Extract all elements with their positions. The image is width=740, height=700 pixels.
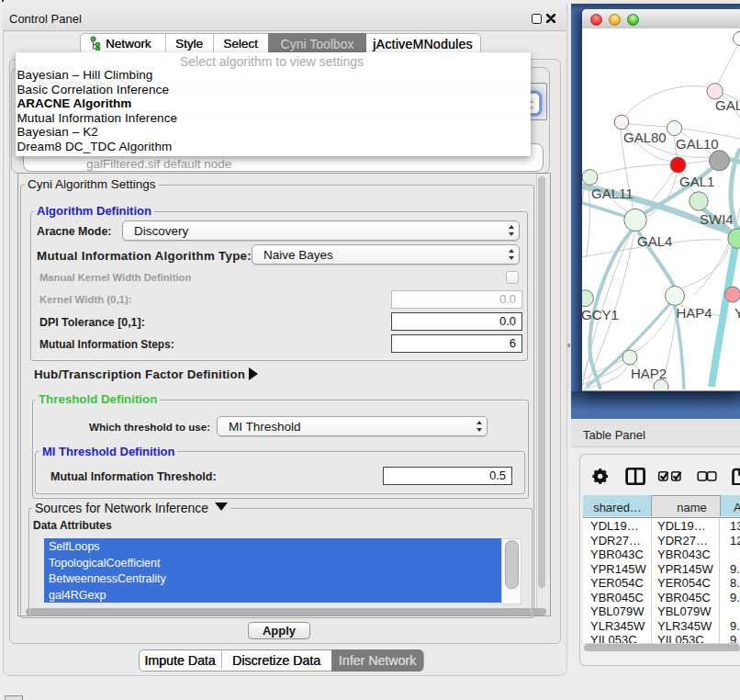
svg-text:GAL4: GAL4 <box>637 233 672 249</box>
svg-text:GAL10: GAL10 <box>676 136 719 152</box>
svg-text:GAL: GAL <box>715 97 740 113</box>
svg-text:HAP4: HAP4 <box>677 305 712 321</box>
svg-text:SWI4: SWI4 <box>700 211 734 227</box>
svg-text:GAL1: GAL1 <box>679 174 714 189</box>
svg-text:GAL80: GAL80 <box>623 130 667 145</box>
svg-text:GCY1: GCY1 <box>582 307 619 322</box>
svg-text:HAP2: HAP2 <box>631 366 667 381</box>
svg-text:GAL11: GAL11 <box>591 186 633 201</box>
svg-text:Y: Y <box>734 305 740 321</box>
